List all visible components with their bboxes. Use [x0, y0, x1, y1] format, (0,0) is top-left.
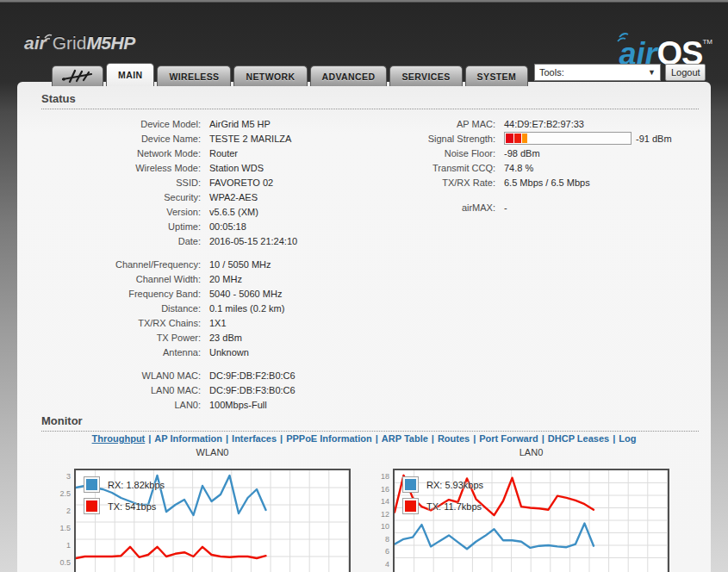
- status-group-radio: Channel/Frequency:10 / 5050 MHzChannel W…: [41, 257, 377, 359]
- status-row: LAN0:100Mbps-Full: [41, 397, 377, 412]
- link-separator: |: [470, 433, 479, 444]
- monitor-link-arp-table[interactable]: ARP Table: [382, 433, 428, 444]
- status-row: Wireless Mode:Station WDS: [41, 160, 377, 175]
- status-row-label: Security:: [41, 192, 209, 202]
- throughput-chart-lan0: LAN0 1816141210864 RX: 5.93kbps TX: 11.7…: [370, 447, 672, 572]
- tx-legend-swatch: [86, 501, 97, 512]
- status-row-label: Uptime:: [41, 221, 209, 232]
- signal-segment: [506, 134, 513, 143]
- status-row: Device Model:AirGrid M5 HP: [41, 116, 377, 131]
- status-row: LAN0 MAC:DC:9F:DB:F3:B0:C6: [41, 382, 377, 397]
- status-row-value: 100Mbps-Full: [209, 400, 267, 410]
- monitor-link-ap-information[interactable]: AP Information: [154, 433, 222, 444]
- chart-legend: RX: 1.82kbps TX: 541bps: [84, 476, 165, 519]
- status-group-link: Noise Floor:-98 dBmTransmit CCQ:74.8 %TX…: [379, 146, 706, 190]
- tab-main[interactable]: MAIN: [106, 63, 154, 86]
- radio-waves-icon: [43, 26, 53, 47]
- tab-wireless[interactable]: WIRELESS: [157, 65, 231, 86]
- monitor-link-throughput[interactable]: Throughput: [92, 433, 146, 444]
- monitor-link-log[interactable]: Log: [619, 433, 636, 444]
- status-row: Frequency Band:5040 - 5060 MHz: [41, 286, 377, 301]
- chart-plot-area: RX: 1.82kbps TX: 541bps: [74, 469, 351, 572]
- throughput-chart-wlan0: WLAN0 32.521.510.5 RX: 1.82kbps TX: 541b…: [52, 447, 353, 572]
- y-tick-label: 3: [52, 472, 71, 481]
- status-group-interfaces: WLAN0 MAC:DC:9F:DB:F2:B0:C6LAN0 MAC:DC:9…: [41, 368, 377, 412]
- tab-network[interactable]: NETWORK: [233, 65, 307, 86]
- monitor-link-interfaces[interactable]: Interfaces: [232, 433, 277, 444]
- status-group-device: Device Model:AirGrid M5 HPDevice Name:TE…: [41, 116, 377, 248]
- chart-legend: RX: 5.93kbps TX: 11.7kbps: [402, 476, 483, 519]
- status-row: Antenna:Unknown: [41, 345, 377, 359]
- status-row: Uptime:00:05:18: [41, 219, 377, 233]
- status-row-label: Transmit CCQ:: [379, 163, 504, 173]
- status-heading: Status: [41, 92, 699, 109]
- monitor-link-port-forward[interactable]: Port Forward: [479, 433, 538, 444]
- airos-page: airGridM5HP airOSTM MAIN WIRELESS NETWOR…: [0, 0, 728, 572]
- tab-ubiquiti-home[interactable]: [52, 65, 103, 86]
- monitor-link-routes[interactable]: Routes: [438, 433, 470, 444]
- monitor-link-dhcp-leases[interactable]: DHCP Leases: [548, 433, 609, 444]
- status-row: Noise Floor:-98 dBm: [379, 146, 706, 160]
- status-row: Date:2016-05-15 21:24:10: [41, 233, 377, 248]
- status-row-value: FAVORETO 02: [209, 177, 273, 188]
- monitor-heading: Monitor: [41, 414, 699, 432]
- monitor-link-pppoe-information[interactable]: PPPoE Information: [286, 433, 372, 444]
- y-tick-label: 18: [370, 472, 389, 481]
- rx-legend-swatch: [86, 479, 97, 490]
- chart-title: WLAN0: [76, 447, 349, 461]
- status-row-value: 5040 - 5060 MHz: [209, 289, 282, 299]
- status-row-value: v5.6.5 (XM): [209, 207, 258, 217]
- y-tick-label: 1: [52, 541, 71, 550]
- status-row-label: LAN0:: [41, 400, 209, 410]
- status-row-label: TX Power:: [41, 333, 209, 343]
- status-row-value: TESTE 2 MARILZA: [209, 134, 291, 144]
- status-row-label: SSID:: [41, 177, 209, 188]
- status-row-value: 00:05:18: [209, 221, 246, 232]
- status-row-value: 0.1 miles (0.2 km): [209, 303, 284, 314]
- status-row-label: Network Mode:: [41, 148, 209, 159]
- status-row-label: AP MAC:: [379, 119, 504, 129]
- chart-plot-area: RX: 5.93kbps TX: 11.7kbps: [393, 469, 669, 572]
- status-row-value: 74.8 %: [504, 163, 533, 173]
- y-axis-ticks: 1816141210864: [370, 469, 393, 572]
- status-row: Transmit CCQ:74.8 %: [379, 160, 706, 175]
- tools-dropdown[interactable]: Tools: ▼: [534, 64, 661, 81]
- link-separator: |: [372, 433, 382, 444]
- status-row-value: 2016-05-15 21:24:10: [209, 236, 297, 246]
- y-tick-label: 8: [370, 535, 389, 544]
- status-row-value: 20 MHz: [209, 274, 242, 284]
- status-row-label: WLAN0 MAC:: [41, 370, 209, 381]
- status-right-column: AP MAC: 44:D9:E7:B2:97:33 Signal Strengt…: [379, 116, 706, 214]
- status-row-label: Device Name:: [41, 134, 209, 144]
- status-row-value: 1X1: [209, 318, 227, 328]
- status-row: Version:v5.6.5 (XM): [41, 204, 377, 219]
- status-row-label: Date:: [41, 236, 209, 246]
- status-row: Channel Width:20 MHz: [41, 271, 377, 286]
- status-row-value: 23 dBm: [209, 333, 242, 343]
- legend-label: RX: 5.93kbps: [426, 480, 483, 490]
- status-row-label: Frequency Band:: [41, 289, 209, 299]
- status-row: TX Power:23 dBm: [41, 330, 377, 345]
- signal-segment: [514, 134, 521, 143]
- y-tick-label: 16: [370, 485, 389, 494]
- status-row: Device Name:TESTE 2 MARILZA: [41, 131, 377, 146]
- tab-services[interactable]: SERVICES: [389, 65, 462, 86]
- device-logo-grid: Grid: [53, 33, 87, 53]
- logout-button[interactable]: Logout: [665, 64, 706, 81]
- y-tick-label: 2.5: [52, 489, 71, 498]
- y-tick-label: 4: [370, 560, 389, 569]
- tab-system[interactable]: SYSTEM: [465, 65, 529, 86]
- status-row: Channel/Frequency:10 / 5050 MHz: [41, 257, 377, 271]
- signal-segment: [522, 134, 527, 143]
- content-panel: Status Device Model:AirGrid M5 HPDevice …: [17, 82, 711, 572]
- tab-advanced[interactable]: ADVANCED: [310, 65, 388, 86]
- link-separator: |: [428, 433, 438, 444]
- legend-label: TX: 541bps: [108, 501, 156, 512]
- y-tick-label: 10: [370, 522, 389, 531]
- y-tick-label: 14: [370, 497, 389, 506]
- status-row-label: Channel Width:: [41, 274, 209, 284]
- y-tick-label: 1.5: [52, 524, 71, 532]
- link-separator: |: [538, 433, 548, 444]
- status-row: SSID:FAVORETO 02: [41, 175, 377, 190]
- status-row-value: 10 / 5050 MHz: [209, 259, 271, 270]
